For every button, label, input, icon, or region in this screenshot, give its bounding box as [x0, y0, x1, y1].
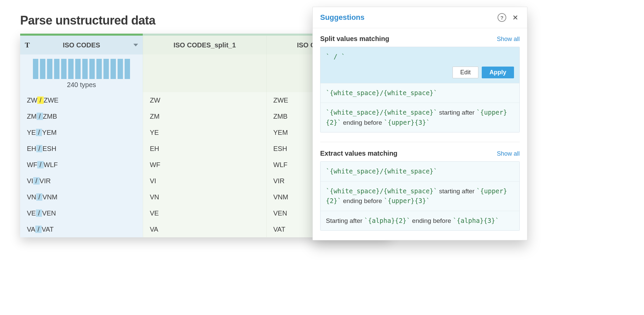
suggestion-item[interactable]: `{white_space}/{white_space}` [320, 83, 519, 103]
cell-split-1[interactable]: VN [143, 189, 266, 205]
match-highlight: / [36, 129, 42, 136]
suggestion-item[interactable]: `{white_space}/{white_space}` starting a… [320, 181, 519, 211]
cell-text: EH / ESH [27, 145, 56, 153]
cell-iso-codes[interactable]: WF / WLF [20, 157, 143, 173]
column-header-label: ISO CODES [63, 41, 100, 49]
column-distribution-viz[interactable]: 240 types [20, 54, 143, 92]
cell-iso-codes[interactable]: VE / VEN [20, 205, 143, 221]
cell-text: YE / YEM [27, 129, 57, 136]
cell-text: VN / VNM [27, 193, 57, 201]
match-highlight: / [33, 177, 40, 185]
cell-text: ZM / ZMB [27, 113, 57, 120]
match-highlight: / [36, 145, 43, 152]
cell-split-1[interactable]: VE [143, 205, 266, 221]
apply-button[interactable]: Apply [482, 67, 514, 78]
distribution-bars [33, 58, 130, 79]
column-header-iso-codes[interactable]: T ISO CODES [20, 36, 143, 54]
cell-split-1[interactable]: YE [143, 124, 266, 141]
cell-split-1[interactable]: ZW [143, 92, 266, 108]
suggestion-item[interactable]: `{white_space}/{white_space}` starting a… [320, 103, 519, 132]
panel-title: Suggestions [320, 13, 493, 22]
column-header-label: ISO CODES_split_1 [173, 41, 236, 49]
match-highlight: / [37, 113, 43, 120]
match-highlight: / [36, 209, 42, 217]
cell-text: ZW / ZWE [27, 96, 58, 104]
distribution-caption: 240 types [67, 81, 96, 89]
close-icon[interactable] [511, 13, 520, 22]
column-header-split-1[interactable]: ISO CODES_split_1 [143, 36, 266, 54]
match-highlight: / [36, 193, 43, 201]
cell-iso-codes[interactable]: YE / YEM [20, 124, 143, 141]
text-type-icon: T [25, 41, 30, 49]
cell-iso-codes[interactable]: EH / ESH [20, 141, 143, 157]
edit-button[interactable]: Edit [453, 67, 478, 78]
cell-split-1[interactable]: VI [143, 173, 266, 189]
show-all-link[interactable]: Show all [497, 150, 520, 157]
cell-text: WF / WLF [27, 161, 58, 169]
suggestion-item[interactable]: Starting after `{alpha}{2}` ending befor… [320, 211, 519, 231]
cell-iso-codes[interactable]: ZW / ZWE [20, 92, 143, 108]
cell-iso-codes[interactable]: VA / VAT [20, 221, 143, 237]
divider [320, 142, 520, 142]
cell-text: VA / VAT [27, 226, 54, 233]
cell-iso-codes[interactable]: VI / VIR [20, 173, 143, 189]
cell-iso-codes[interactable]: VN / VNM [20, 189, 143, 205]
chevron-down-icon[interactable] [133, 44, 138, 46]
cell-text: VI / VIR [27, 177, 51, 185]
extract-suggestion-list: `{white_space}/{white_space}``{white_spa… [320, 161, 520, 231]
cell-split-1[interactable]: WF [143, 157, 266, 173]
cell-split-1[interactable]: VA [143, 221, 266, 237]
show-all-link[interactable]: Show all [497, 36, 520, 43]
cell-iso-codes[interactable]: ZM / ZMB [20, 108, 143, 124]
match-highlight: / [35, 226, 42, 233]
suggestions-panel: Suggestions ? Split values matching Show… [312, 7, 527, 240]
match-highlight: / [37, 96, 44, 104]
cell-split-1[interactable]: ZM [143, 108, 266, 124]
extract-heading: Extract values matching [320, 150, 397, 157]
match-highlight: / [37, 161, 44, 168]
cell-split-1[interactable]: EH [143, 141, 266, 157]
split-suggestion-list: ` / `EditApply`{white_space}/{white_spac… [320, 47, 520, 132]
help-icon[interactable]: ? [498, 13, 506, 22]
suggestion-item[interactable]: `{white_space}/{white_space}` [320, 162, 519, 181]
suggestion-item[interactable]: ` / `EditApply [320, 47, 519, 83]
split-heading: Split values matching [320, 35, 389, 43]
cell-text: VE / VEN [27, 209, 56, 217]
column-distribution-empty [143, 54, 266, 92]
